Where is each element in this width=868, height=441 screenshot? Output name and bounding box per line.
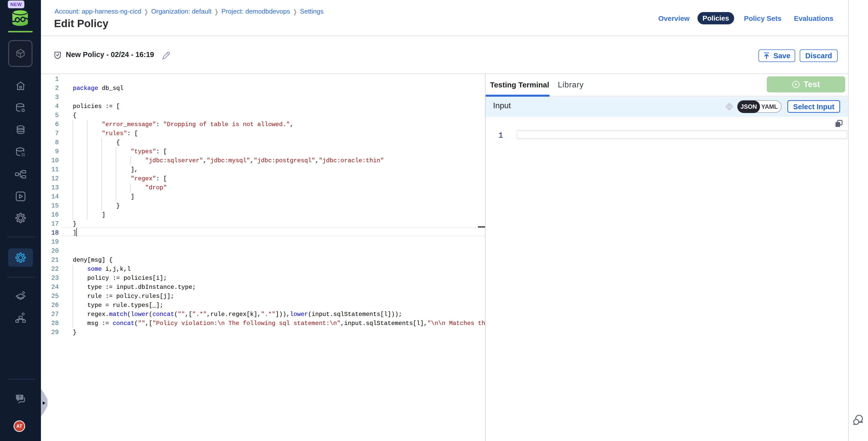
svg-text:</>: </> xyxy=(727,105,732,109)
svg-text:?: ? xyxy=(18,395,21,399)
